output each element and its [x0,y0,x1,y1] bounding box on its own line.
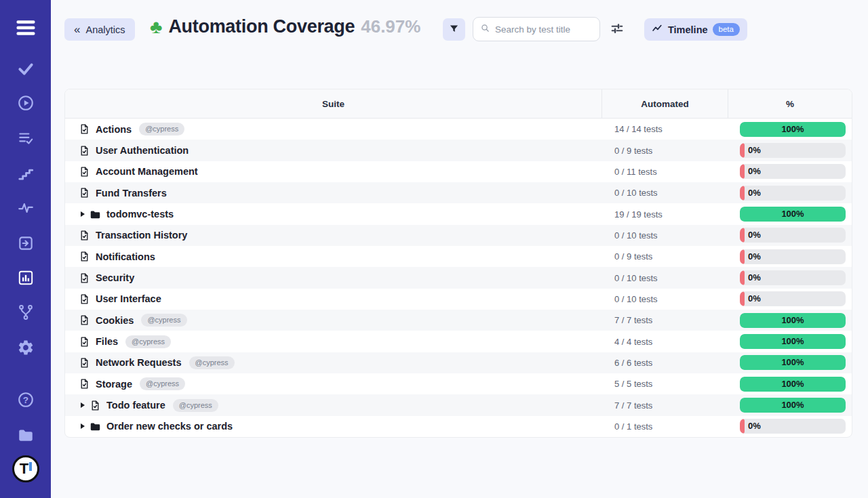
gear-icon [17,339,35,356]
column-header-suite: Suite [65,89,602,118]
suite-name[interactable]: Security [96,272,134,283]
coverage-bar-label: 0% [748,419,761,434]
suite-tag: @cypress [140,377,185,390]
suite-name[interactable]: Transaction History [96,230,187,241]
sidebar-item-pulse[interactable] [17,199,35,217]
search-input[interactable] [495,24,593,35]
table-row[interactable]: Actions @cypress 14 / 14 tests 100% [65,119,852,140]
suite-tag: @cypress [139,123,184,136]
table-row[interactable]: Network Requests @cypress 6 / 6 tests 10… [65,352,852,373]
clover-icon: ♣ [150,18,162,37]
suite-name[interactable]: Fund Transfers [96,188,167,199]
sidebar-item-runs[interactable] [17,94,35,112]
sidebar-item-analytics[interactable] [17,269,35,287]
filter-button[interactable] [443,18,465,41]
sidebar-item-tests[interactable] [17,60,35,77]
percent-cell: 0% [728,143,852,158]
stairs-icon [17,165,35,182]
filter-settings-button[interactable] [607,20,627,39]
coverage-bar-label: 0% [748,186,761,201]
table-row[interactable]: Order new checks or cards 0 / 1 tests 0% [65,416,852,437]
coverage-bar-label: 0% [748,164,761,179]
suite-name[interactable]: Network Requests [96,357,182,368]
suite-cell: Network Requests @cypress [65,356,602,369]
file-check-icon [79,123,90,135]
table-row[interactable]: User Authentication 0 / 9 tests 0% [65,140,852,161]
menu-icon [14,16,37,39]
percent-cell: 0% [728,419,852,434]
coverage-bar-label: 0% [748,249,761,264]
automated-count: 0 / 11 tests [602,167,728,177]
file-check-icon [79,272,90,284]
suite-cell: Order new checks or cards [65,421,602,432]
sidebar-item-projects[interactable] [17,426,35,444]
percent-cell: 100% [728,334,852,349]
sidebar-item-test-plans[interactable] [17,129,35,147]
table-row[interactable]: Notifications 0 / 9 tests 0% [65,246,852,267]
caret-right-icon[interactable] [81,402,85,408]
automated-count: 19 / 19 tests [602,209,728,220]
suite-name[interactable]: Account Management [96,166,198,177]
suite-name[interactable]: Actions [96,124,132,135]
table-row[interactable]: Account Management 0 / 11 tests 0% [65,161,852,182]
automated-count: 5 / 5 tests [602,379,728,389]
coverage-bar: 100% [740,207,846,222]
search-icon [480,23,490,36]
suite-name[interactable]: Todo feature [106,400,165,411]
file-check-icon [79,145,90,157]
percent-cell: 100% [728,207,852,222]
suite-name[interactable]: Order new checks or cards [106,421,233,432]
suite-name[interactable]: todomvc-tests [106,209,174,220]
suite-tag: @cypress [189,356,235,369]
table-row[interactable]: Storage @cypress 5 / 5 tests 100% [65,373,852,394]
percent-cell: 0% [728,291,852,306]
folder-icon [17,426,35,444]
suite-name[interactable]: Storage [96,379,132,390]
automated-count: 0 / 9 tests [602,251,728,262]
search-box[interactable] [473,17,600,41]
suite-tag: @cypress [141,314,186,327]
automated-count: 6 / 6 tests [602,358,728,368]
sidebar-item-settings[interactable] [17,339,35,356]
sidebar-item-help[interactable]: ? [17,391,35,409]
automated-count: 0 / 10 tests [602,188,728,198]
table-row[interactable]: Fund Transfers 0 / 10 tests 0% [65,182,852,203]
suite-cell: Security [65,272,602,284]
percent-cell: 0% [728,228,852,243]
file-check-icon [79,166,90,178]
suite-name[interactable]: User Interface [96,293,161,304]
sidebar-item-logo[interactable]: T [12,455,39,482]
table-row[interactable]: Todo feature @cypress 7 / 7 tests 100% [65,394,852,415]
suite-name[interactable]: Notifications [96,251,155,262]
table-row[interactable]: Security 0 / 10 tests 0% [65,267,852,288]
file-check-icon [79,378,90,390]
suite-name[interactable]: User Authentication [96,145,189,156]
coverage-bar-label: 100% [740,355,846,370]
caret-right-icon[interactable] [81,211,85,217]
page-title: Automation Coverage [168,16,355,37]
table-row[interactable]: User Interface 0 / 10 tests 0% [65,289,852,310]
suite-name[interactable]: Files [96,336,118,347]
table-row[interactable]: Cookies @cypress 7 / 7 tests 100% [65,310,852,331]
topbar: « Analytics ♣ Automation Coverage 46.97%… [51,0,868,89]
coverage-bar-label: 100% [740,207,846,222]
help-icon: ? [17,391,35,409]
branch-icon [17,304,35,321]
table-row[interactable]: Files @cypress 4 / 4 tests 100% [65,331,852,352]
table-header: Suite Automated % [65,89,852,119]
coverage-bar-label: 100% [740,313,846,328]
sidebar-item-import[interactable] [17,234,35,252]
table-row[interactable]: Transaction History 0 / 10 tests 0% [65,225,852,246]
sidebar-item-steps[interactable] [17,165,35,182]
analytics-back-button[interactable]: « Analytics [64,18,135,41]
suite-cell: todomvc-tests [65,209,602,220]
timeline-button[interactable]: Timeline beta [644,18,747,41]
percent-cell: 100% [728,122,852,137]
sidebar-item-branches[interactable] [17,304,35,321]
suite-cell: Files @cypress [65,335,602,348]
caret-right-icon[interactable] [81,423,85,429]
table-row[interactable]: todomvc-tests 19 / 19 tests 100% [65,203,852,224]
suite-name[interactable]: Cookies [96,315,134,326]
suite-cell: User Authentication [65,145,602,157]
sidebar-item-menu[interactable] [14,16,37,39]
